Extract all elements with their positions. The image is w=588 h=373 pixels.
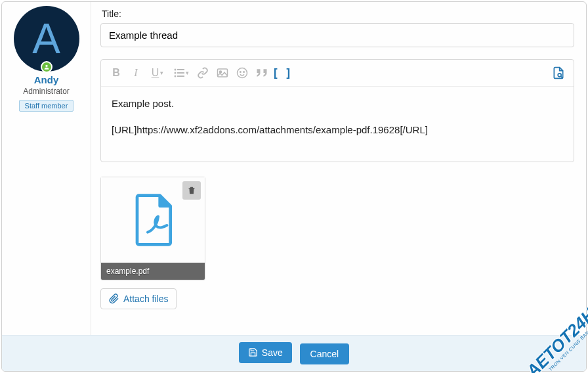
paperclip-icon [109,294,119,304]
svg-point-10 [240,72,242,73]
editor-line: [URL]https://www.xf2addons.com/attachmen… [112,122,563,138]
svg-rect-4 [177,72,184,74]
attachment-item: example.pdf [100,177,205,280]
svg-point-1 [174,69,176,71]
title-input[interactable] [100,23,574,47]
rich-text-editor: B I U▾ ▾ [100,59,574,162]
editor-content[interactable]: Example post. [URL]https://www.xf2addons… [101,87,574,162]
preview-button[interactable] [549,64,568,82]
attachments-area: example.pdf Attach files [100,177,574,309]
editor-toolbar: B I U▾ ▾ [101,60,574,87]
title-label: Title: [102,9,574,19]
editor-line: Example post. [112,96,563,112]
online-status-icon [41,61,52,73]
staff-badge: Staff member [19,100,74,112]
delete-attachment-button[interactable] [182,181,201,200]
list-button[interactable]: ▾ [169,64,193,82]
avatar-container: A [14,6,79,72]
attach-files-button[interactable]: Attach files [100,288,177,309]
username-link[interactable]: Andy [2,74,91,85]
svg-rect-2 [177,69,184,70]
svg-rect-6 [177,76,184,77]
svg-point-8 [220,71,222,73]
user-sidebar: A Andy Administrator Staff member [2,2,91,335]
bbcode-button[interactable]: [ ] [272,64,291,82]
italic-button[interactable]: I [126,64,146,82]
quote-button[interactable] [252,64,272,82]
svg-point-3 [174,72,176,74]
underline-button[interactable]: U▾ [146,64,169,82]
save-icon [248,347,258,357]
svg-point-9 [238,68,247,78]
user-role: Administrator [2,87,91,96]
image-button[interactable] [213,64,232,82]
cancel-button[interactable]: Cancel [300,343,350,364]
attach-files-label: Attach files [123,294,168,304]
svg-rect-7 [218,69,228,77]
save-label: Save [262,347,283,358]
attachment-filename: example.pdf [101,263,205,280]
action-bar: Save Cancel [2,335,586,372]
bold-button[interactable]: B [106,64,126,82]
svg-point-0 [45,65,47,67]
save-button[interactable]: Save [239,342,292,363]
svg-point-5 [174,76,176,77]
svg-point-11 [243,72,245,73]
post-editor-area: Title: B I U▾ ▾ [91,2,586,335]
emoji-button[interactable] [232,64,252,82]
svg-point-12 [558,74,561,77]
link-button[interactable] [193,64,213,82]
